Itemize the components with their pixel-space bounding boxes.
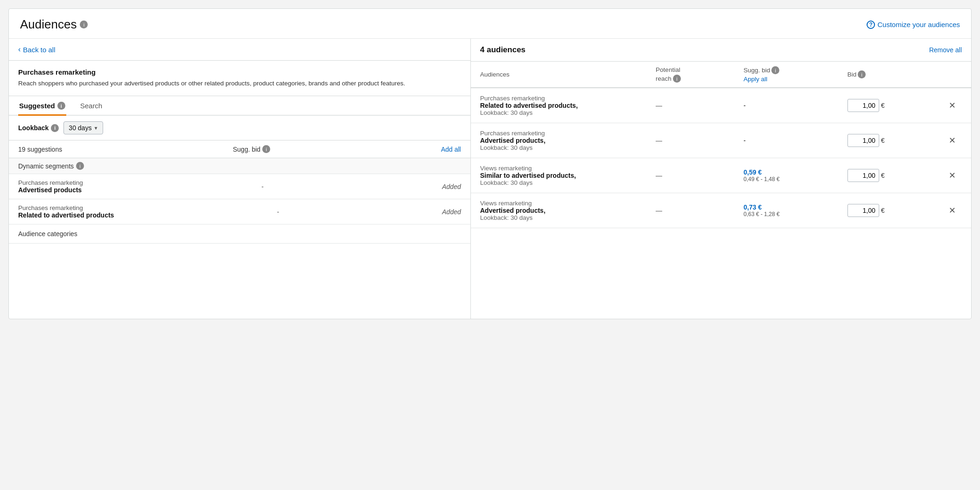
lookback-label-text: Lookback — [18, 124, 49, 132]
dynamic-segments-info-icon[interactable]: i — [76, 162, 84, 170]
left-panel: ‹ Back to all Purchases remarketing Reac… — [9, 39, 471, 319]
sugg-bid-price: 0,73 € — [743, 203, 762, 211]
title-info-icon[interactable]: i — [80, 21, 88, 28]
audience-lookback: Lookback: 30 days — [480, 179, 533, 186]
audience-product: Similar to advertised products, — [480, 172, 656, 179]
sugg-bid-range: 0,63 € - 1,28 € — [743, 211, 847, 217]
remove-row-button[interactable]: ✕ — [943, 99, 962, 112]
customize-link-text: Customize your audiences — [877, 21, 960, 28]
tab-search[interactable]: Search — [79, 96, 104, 116]
audience-name-cell: Views remarketing Advertised products, L… — [480, 200, 656, 221]
potential-reach-cell: — — [656, 172, 743, 179]
bid-header-row: Bid i — [847, 70, 866, 78]
page-title: Audiences i — [20, 17, 88, 32]
sugg-bid-label: Sugg. bid — [233, 146, 260, 153]
sugg-bid-cell: - — [743, 137, 847, 144]
main-content: ‹ Back to all Purchases remarketing Reac… — [9, 39, 971, 319]
help-circle-icon: ? — [867, 21, 875, 29]
audiences-count: 4 audiences — [480, 45, 525, 55]
sugg-bid-range: 0,49 € - 1,48 € — [743, 176, 847, 182]
purchases-remarketing-description: Purchases remarketing Reach shoppers who… — [9, 61, 470, 96]
potential-reach-row2: reach i — [656, 75, 681, 83]
remove-row-button[interactable]: ✕ — [943, 204, 962, 217]
apply-all-link[interactable]: Apply all — [743, 76, 767, 83]
bid-input-cell: € — [847, 204, 943, 217]
bid-currency: € — [881, 207, 885, 214]
sugg-bid-header-info-icon[interactable]: i — [771, 66, 779, 74]
audience-category: Purchases remarketing — [480, 95, 545, 102]
section-desc: Reach shoppers who purchased your advert… — [18, 79, 461, 88]
bid-currency: € — [881, 102, 885, 109]
main-container: Audiences i ? Customize your audiences ‹… — [8, 8, 972, 319]
lookback-info-icon[interactable]: i — [51, 124, 59, 132]
audience-name-cell: Views remarketing Similar to advertised … — [480, 165, 656, 186]
audience-lookback: Lookback: 30 days — [480, 214, 533, 221]
remove-row-button[interactable]: ✕ — [943, 134, 962, 147]
bid-currency: € — [881, 172, 885, 179]
add-all-button[interactable]: Add all — [441, 146, 461, 153]
audience-categories-row[interactable]: Audience categories — [9, 224, 470, 244]
list-item[interactable]: Purchases remarketing Advertised product… — [9, 174, 470, 199]
sugg-bid-info-icon[interactable]: i — [262, 145, 270, 153]
col-sugg-bid: Sugg. bid i Apply all — [743, 66, 847, 83]
chevron-down-icon: ▼ — [93, 126, 98, 131]
sugg-bid-value: - — [743, 102, 746, 109]
sugg-bid-price: 0,59 € — [743, 168, 762, 176]
page-header: Audiences i ? Customize your audiences — [9, 9, 971, 39]
right-panel: 4 audiences Remove all Audiences Potenti… — [471, 39, 971, 319]
chevron-left-icon: ‹ — [18, 45, 21, 54]
customize-audiences-link[interactable]: ? Customize your audiences — [867, 21, 960, 29]
table-row: Views remarketing Advertised products, L… — [471, 193, 971, 228]
tab-suggested[interactable]: Suggested i — [18, 96, 66, 116]
audience-lookback: Lookback: 30 days — [480, 144, 533, 151]
bid-input[interactable] — [847, 204, 879, 217]
bid-input-cell: € — [847, 99, 943, 112]
col-potential-reach: Potential reach i — [656, 66, 743, 83]
table-row: Purchases remarketing Related to adverti… — [471, 88, 971, 123]
lookback-select[interactable]: 30 days ▼ — [63, 121, 103, 134]
table-row: Views remarketing Similar to advertised … — [471, 158, 971, 193]
audience-product: Advertised products, — [480, 207, 656, 214]
dynamic-segments-header: Dynamic segments i — [9, 158, 470, 174]
suggestion-product: Related to advertised products — [18, 211, 114, 219]
col-audiences-label: Audiences — [480, 71, 510, 78]
suggestion-category: Purchases remarketing — [18, 179, 83, 186]
audience-categories-label: Audience categories — [18, 230, 77, 238]
back-to-all-link[interactable]: ‹ Back to all — [9, 39, 470, 61]
lookback-value: 30 days — [69, 124, 91, 132]
potential-reach-cell: — — [656, 102, 743, 109]
section-title: Purchases remarketing — [18, 68, 461, 76]
remove-all-button[interactable]: Remove all — [929, 46, 962, 54]
bid-info-icon[interactable]: i — [858, 70, 866, 78]
list-item[interactable]: Purchases remarketing Related to adverti… — [9, 199, 470, 224]
bid-input-cell: € — [847, 169, 943, 182]
bid-input-cell: € — [847, 134, 943, 147]
suggestion-bid: - — [271, 208, 285, 216]
tab-search-label: Search — [80, 102, 103, 110]
right-header: 4 audiences Remove all — [471, 39, 971, 62]
dynamic-segments-label: Dynamic segments — [18, 162, 74, 170]
sugg-bid-cell: - — [743, 102, 847, 109]
bid-input[interactable] — [847, 134, 879, 147]
audience-name-cell: Purchases remarketing Related to adverti… — [480, 95, 656, 116]
suggestion-name: Purchases remarketing Related to adverti… — [18, 204, 114, 219]
tab-suggested-label: Suggested — [19, 102, 55, 110]
title-text: Audiences — [20, 17, 77, 32]
potential-reach-label: Potential — [656, 66, 680, 73]
suggestions-count: 19 suggestions — [18, 146, 62, 153]
suggestion-status: Added — [442, 208, 461, 216]
suggestion-category: Purchases remarketing — [18, 204, 83, 211]
audience-lookback: Lookback: 30 days — [480, 109, 533, 116]
bid-currency: € — [881, 137, 885, 144]
sugg-bid-value: - — [743, 137, 746, 144]
remove-row-button[interactable]: ✕ — [943, 169, 962, 182]
table-row: Purchases remarketing Advertised product… — [471, 123, 971, 158]
bid-input[interactable] — [847, 169, 879, 182]
col-bid: Bid i — [847, 70, 943, 78]
bid-input[interactable] — [847, 99, 879, 112]
reach-info-icon[interactable]: i — [673, 75, 681, 83]
tab-suggested-info-icon[interactable]: i — [57, 102, 65, 110]
suggestion-product: Advertised products — [18, 186, 83, 194]
audience-product: Related to advertised products, — [480, 102, 656, 109]
audience-category: Views remarketing — [480, 165, 532, 172]
